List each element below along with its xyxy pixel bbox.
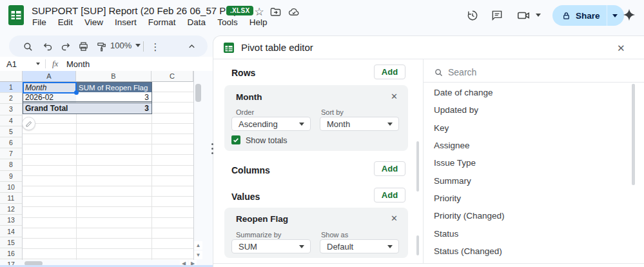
name-box-caret-icon[interactable] — [36, 63, 40, 65]
menu-item[interactable]: View — [79, 17, 108, 28]
more-toolbar-button[interactable]: ⋮ — [147, 38, 164, 55]
redo-button[interactable] — [57, 38, 73, 55]
caret-down-icon — [299, 245, 304, 248]
row-header[interactable]: 8 — [0, 159, 22, 170]
summarize-by-dropdown[interactable]: SUM — [231, 239, 311, 253]
corner-header[interactable] — [0, 71, 23, 82]
cell-A3[interactable]: Grand Total — [23, 103, 76, 114]
field-item[interactable]: Priority — [424, 190, 636, 207]
remove-reopen-flag-icon[interactable]: ✕ — [391, 214, 398, 222]
collapse-toolbar-button[interactable] — [183, 38, 200, 55]
sort-by-dropdown[interactable]: Month — [320, 117, 399, 131]
order-dropdown[interactable]: Ascending — [231, 117, 311, 131]
fx-icon: fx — [52, 59, 58, 69]
add-columns-button[interactable]: Add — [374, 161, 405, 176]
sort-by-value: Month — [327, 119, 350, 129]
edit-pivot-button[interactable] — [22, 117, 35, 130]
summarize-by-value: SUM — [239, 242, 257, 252]
field-item[interactable]: Status — [424, 224, 636, 242]
menu-bar: FileEditViewInsertFormatDataToolsHelp — [27, 17, 272, 28]
print-button[interactable] — [75, 38, 92, 55]
remove-month-icon[interactable]: ✕ — [391, 92, 398, 101]
row-header[interactable]: 4 — [0, 115, 22, 126]
search-button[interactable] — [19, 38, 36, 55]
caret-down-icon — [387, 245, 393, 248]
field-item[interactable]: Key — [424, 119, 636, 137]
show-totals-checkbox[interactable] — [231, 135, 240, 144]
row-header[interactable]: 16 — [0, 248, 22, 259]
add-rows-button[interactable]: Add — [374, 64, 405, 79]
scroll-up-button[interactable]: ▲ — [194, 241, 202, 250]
cell-B2[interactable]: 3 — [76, 92, 151, 103]
field-item[interactable]: Summary — [424, 172, 636, 189]
share-main[interactable]: Share — [552, 5, 607, 26]
field-item[interactable]: Assignee — [424, 137, 636, 154]
sheets-logo-icon[interactable] — [8, 5, 24, 25]
field-search-input[interactable] — [447, 66, 601, 79]
name-box[interactable]: A1 — [6, 59, 17, 69]
menu-item[interactable]: Insert — [110, 17, 142, 28]
rows-section-label: Rows — [231, 68, 255, 78]
cell-A1[interactable]: Month — [23, 82, 76, 93]
column-header-a[interactable]: A — [23, 71, 76, 82]
zoom-select[interactable]: 100% — [110, 41, 141, 50]
undo-button[interactable] — [39, 38, 56, 55]
share-button[interactable]: Share — [552, 5, 624, 26]
fill-handle[interactable] — [74, 90, 79, 95]
field-item[interactable]: Issue Type — [424, 154, 636, 172]
row-header[interactable]: 3 — [0, 104, 22, 115]
gridline — [193, 71, 194, 260]
row-header[interactable]: 13 — [0, 215, 22, 226]
video-call-caret-icon[interactable] — [536, 14, 541, 17]
cell-B1[interactable]: SUM of Reopen Flag — [76, 82, 151, 93]
values-section-label: Values — [231, 192, 260, 202]
gemini-icon[interactable] — [621, 6, 638, 23]
panel-resize-handle[interactable] — [211, 143, 214, 157]
menu-item[interactable]: Help — [244, 17, 273, 28]
row-header[interactable]: 11 — [0, 193, 22, 204]
add-values-button[interactable]: Add — [374, 188, 405, 203]
field-list-scrollbar-thumb[interactable] — [632, 84, 635, 185]
cell-B3[interactable]: 3 — [76, 103, 151, 114]
row-header[interactable]: 14 — [0, 226, 22, 237]
row-header[interactable]: 15 — [0, 237, 22, 248]
video-call-icon[interactable] — [516, 8, 531, 23]
row-header[interactable]: 7 — [0, 148, 22, 159]
field-item[interactable]: Priority (Changed) — [424, 207, 636, 224]
comments-icon[interactable] — [489, 8, 505, 23]
column-header-c[interactable]: C — [151, 71, 193, 82]
row-header[interactable]: 10 — [0, 182, 22, 193]
row-header[interactable]: 5 — [0, 126, 22, 137]
menu-item[interactable]: Edit — [53, 17, 78, 28]
field-item[interactable]: Date of change — [424, 84, 636, 101]
menu-item[interactable]: File — [27, 17, 52, 28]
column-header-b[interactable]: B — [76, 71, 151, 82]
menu-item[interactable]: Data — [182, 17, 211, 28]
editor-scrollbar-thumb[interactable] — [416, 235, 419, 255]
version-history-icon[interactable] — [465, 8, 480, 23]
caret-down-icon — [387, 123, 393, 126]
field-item[interactable]: Updated by — [424, 101, 636, 119]
star-icon[interactable]: ☆ — [253, 5, 266, 18]
menu-item[interactable]: Format — [143, 17, 181, 28]
field-item[interactable]: Status (Changed) — [424, 242, 636, 260]
formula-content[interactable]: Month — [66, 59, 90, 69]
paint-format-button[interactable] — [93, 38, 110, 55]
cell-A2[interactable]: 2026-02 — [23, 92, 76, 103]
cloud-saved-icon[interactable] — [288, 6, 300, 18]
reopen-flag-card-title: Reopen Flag — [236, 214, 288, 224]
show-as-dropdown[interactable]: Default — [320, 239, 399, 253]
file-type-badge: .XLSX — [226, 6, 253, 15]
row-header[interactable]: 1 — [0, 82, 22, 93]
row-header[interactable]: 9 — [0, 171, 22, 182]
document-title[interactable]: SUPPORT [SUP] Report (20 Feb 26 06_57 PM… — [32, 5, 237, 16]
row-header[interactable]: 6 — [0, 137, 22, 148]
pivot-table-editor-panel: Pivot table editor ✕ Rows Add Month ✕ Or… — [213, 35, 644, 267]
close-panel-icon[interactable]: ✕ — [617, 43, 625, 53]
scroll-down-button[interactable]: ▼ — [194, 251, 202, 259]
editor-scrollbar-thumb[interactable] — [416, 141, 419, 192]
row-header[interactable]: 2 — [0, 93, 22, 104]
vertical-scrollbar-thumb[interactable] — [195, 84, 201, 102]
row-header[interactable]: 12 — [0, 204, 22, 215]
menu-item[interactable]: Tools — [212, 17, 243, 28]
